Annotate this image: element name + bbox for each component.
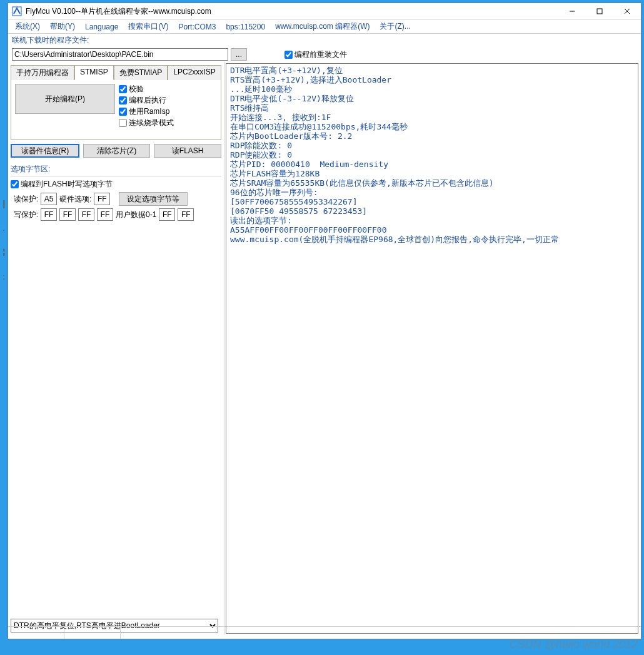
wp-3-input[interactable]: [97, 208, 113, 221]
write-protect-label: 写保护:: [11, 210, 38, 220]
file-row: ... 编程前重装文件: [8, 47, 641, 62]
left-panel: 手持万用编程器 STMISP 免费STMIAP LPC2xxxISP 开始编程(…: [8, 62, 224, 635]
tab-body: 开始编程(P) 校验 编程后执行 使用RamIsp 连续烧录模式: [11, 80, 221, 140]
clear-chip-button[interactable]: 清除芯片(Z): [83, 144, 151, 158]
watermark: CSDN @hello world 2012: [510, 638, 638, 651]
tabs: 手持万用编程器 STMISP 免费STMIAP LPC2xxxISP: [11, 64, 221, 80]
statusbar: [8, 626, 641, 639]
program-options: 校验 编程后执行 使用RamIsp 连续烧录模式: [119, 84, 174, 136]
verify-checkbox[interactable]: 校验: [119, 84, 174, 94]
wp-0-input[interactable]: [41, 208, 57, 221]
content-area: 手持万用编程器 STMISP 免费STMIAP LPC2xxxISP 开始编程(…: [8, 62, 641, 635]
divider: [11, 176, 221, 176]
tab-stmisp[interactable]: STMISP: [74, 65, 114, 80]
browse-button[interactable]: ...: [231, 48, 247, 61]
svg-rect-2: [597, 9, 602, 14]
app-window: FlyMcu V0.100--单片机在线编程专家--www.mcuisp.com…: [8, 3, 641, 639]
file-path-input[interactable]: [12, 48, 228, 61]
write-option-bytes-checkbox[interactable]: 编程到FLASH时写选项字节: [11, 179, 221, 190]
wp-1-input[interactable]: [59, 208, 76, 221]
app-icon: [12, 6, 22, 16]
reload-before-program-label: 编程前重装文件: [294, 49, 347, 60]
menu-search-port[interactable]: 搜索串口(V): [124, 20, 173, 33]
run-after-checkbox[interactable]: 编程后执行: [119, 95, 174, 106]
start-program-button[interactable]: 开始编程(P): [15, 84, 115, 114]
window-title: FlyMcu V0.100--单片机在线编程专家--www.mcuisp.com: [26, 6, 558, 17]
close-button[interactable]: [613, 3, 641, 19]
menu-about[interactable]: 关于(Z)...: [375, 20, 415, 33]
maximize-button[interactable]: [586, 3, 613, 19]
menu-language[interactable]: Language: [81, 21, 123, 33]
status-cell-2: [64, 627, 121, 639]
user-data-label: 用户数据0-1: [116, 210, 156, 220]
tab-stmiap[interactable]: 免费STMIAP: [114, 65, 168, 80]
option-grid: 读保护: 硬件选项: 设定选项字节等 写保护: 用户数据0-1: [11, 192, 221, 221]
wp-2-input[interactable]: [78, 208, 94, 221]
continuous-checkbox[interactable]: 连续烧录模式: [119, 118, 174, 128]
read-protect-label: 读保护:: [11, 194, 38, 205]
read-flash-button[interactable]: 读FLASH: [154, 144, 221, 158]
minimize-button[interactable]: [558, 3, 586, 19]
set-option-bytes-button[interactable]: 设定选项字节等: [119, 192, 188, 206]
ud-0-input[interactable]: [159, 208, 175, 221]
menu-programmer[interactable]: www.mcuisp.com 编程器(W): [271, 20, 374, 33]
titlebar[interactable]: FlyMcu V0.100--单片机在线编程专家--www.mcuisp.com: [8, 3, 641, 20]
tab-handheld[interactable]: 手持万用编程器: [11, 65, 74, 80]
menu-help[interactable]: 帮助(Y): [46, 20, 79, 33]
file-label: 联机下载时的程序文件:: [8, 34, 641, 47]
log-output[interactable]: DTR电平置高(+3-+12V),复位 RTS置高(+3-+12V),选择进入B…: [226, 63, 638, 634]
status-cell-1: [8, 627, 64, 639]
menu-bps[interactable]: bps:115200: [221, 21, 269, 33]
reload-before-program-input[interactable]: [284, 51, 293, 59]
use-ramisp-checkbox[interactable]: 使用RamIsp: [119, 106, 174, 117]
tab-lpc2xxx[interactable]: LPC2xxxISP: [168, 65, 221, 80]
hw-option-input[interactable]: [94, 193, 110, 205]
read-protect-input[interactable]: [41, 193, 57, 205]
reload-before-program-checkbox[interactable]: 编程前重装文件: [284, 49, 347, 60]
window-controls: [558, 3, 641, 19]
read-device-info-button[interactable]: 读器件信息(R): [11, 144, 79, 158]
left-edge-fragments: ┃.╏;: [0, 200, 8, 325]
menu-system[interactable]: 系统(X): [11, 20, 44, 33]
hw-option-label: 硬件选项:: [59, 194, 91, 205]
action-buttons: 读器件信息(R) 清除芯片(Z) 读FLASH: [11, 144, 221, 158]
menu-port[interactable]: Port:COM3: [174, 21, 220, 33]
option-bytes-label: 选项字节区:: [11, 164, 221, 175]
ud-1-input[interactable]: [178, 208, 194, 221]
menubar: 系统(X) 帮助(Y) Language 搜索串口(V) Port:COM3 b…: [8, 20, 641, 34]
